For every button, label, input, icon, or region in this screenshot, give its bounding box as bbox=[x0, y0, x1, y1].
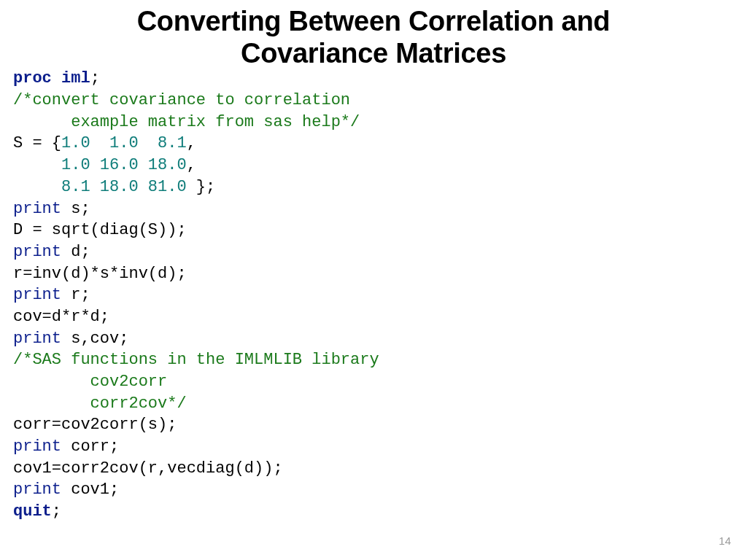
title-line-1: Converting Between Correlation and bbox=[137, 6, 611, 36]
comment-2a: /*SAS functions in the IMLMLIB library bbox=[13, 351, 379, 369]
title-line-2: Covariance Matrices bbox=[241, 38, 506, 69]
kw-iml: iml bbox=[61, 69, 90, 88]
kw-print-1: print bbox=[13, 200, 61, 218]
matrix-row-1: 1.0 1.0 8.1 bbox=[61, 134, 187, 152]
stmt-r-assign: r=inv(d)*s*inv(d); bbox=[13, 265, 187, 283]
kw-print-6: print bbox=[13, 481, 61, 499]
stmt-d-assign: D = sqrt(diag(S)); bbox=[13, 221, 187, 239]
kw-quit: quit bbox=[13, 502, 52, 521]
code-block: proc iml; /*convert covariance to correl… bbox=[0, 68, 747, 522]
matrix-row-2: 1.0 16.0 18.0 bbox=[61, 156, 187, 174]
comment-2c: corr2cov*/ bbox=[13, 394, 187, 413]
kw-print-2: print bbox=[13, 243, 61, 261]
kw-print-3: print bbox=[13, 286, 61, 304]
slide: Converting Between Correlation and Covar… bbox=[0, 0, 747, 560]
stmt-cov1-assign: cov1=corr2cov(r,vecdiag(d)); bbox=[13, 459, 283, 478]
stmt-cov-assign: cov=d*r*d; bbox=[13, 308, 109, 326]
kw-print-4: print bbox=[13, 330, 61, 348]
comment-1a: /*convert covariance to correlation bbox=[13, 91, 350, 109]
matrix-row-3: 8.1 18.0 81.0 bbox=[61, 178, 196, 196]
page-number: 14 bbox=[719, 534, 731, 547]
kw-proc: proc bbox=[13, 69, 52, 88]
stmt-corr-assign: corr=cov2corr(s); bbox=[13, 416, 177, 434]
kw-print-5: print bbox=[13, 438, 61, 456]
comment-1b: example matrix from sas help*/ bbox=[13, 113, 360, 131]
slide-title: Converting Between Correlation and Covar… bbox=[0, 0, 747, 69]
comment-2b: cov2corr bbox=[13, 373, 167, 391]
